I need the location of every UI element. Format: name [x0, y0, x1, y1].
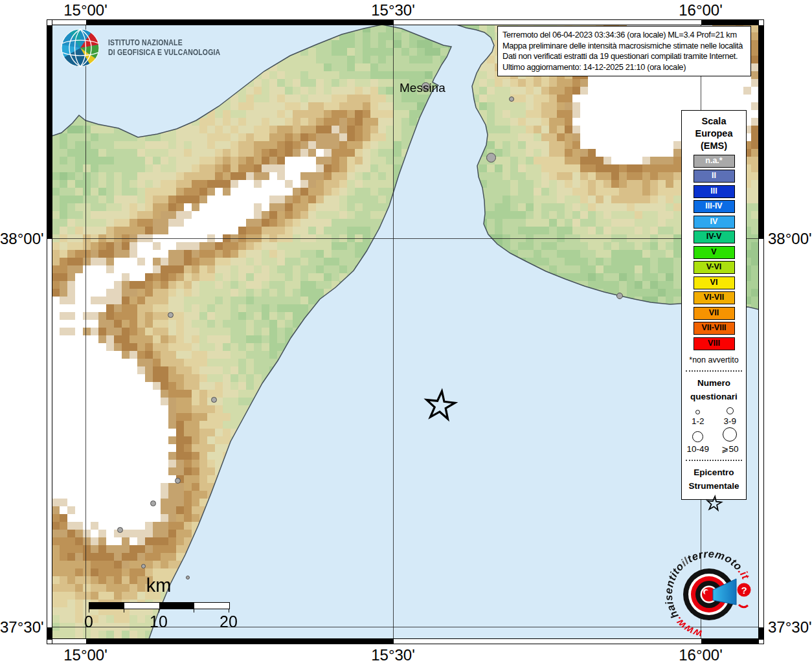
axis-label-top-15-30: 15°30' — [354, 1, 432, 19]
scale-bar-label-0: 0 — [69, 612, 108, 631]
epicenter-legend-line: Epicentro — [682, 466, 746, 479]
axis-label-left-38-00: 38°00' — [0, 230, 43, 248]
ingv-name-line2: DI GEOFISICA E VULCANOLOGIA — [108, 48, 220, 58]
questionnaire-class: 10-49 — [682, 427, 714, 454]
locality-marker — [509, 96, 514, 102]
locality-marker — [168, 312, 174, 318]
questionnaire-size-circle-icon — [723, 427, 737, 442]
ingv-name-line1: ISTITUTO NAZIONALE — [108, 38, 220, 48]
map-area: Messina km 0 10 20 — [52, 25, 759, 639]
frame-bottom — [47, 638, 764, 644]
ems-level-swatch: V-VI — [694, 261, 735, 274]
frame-right — [758, 19, 764, 644]
legend-separator — [686, 460, 742, 461]
scale-bar-label-10: 10 — [139, 612, 178, 631]
frame-left — [47, 19, 52, 644]
scale-bar-unit-label: km — [130, 575, 188, 596]
legend-title-line: Europea — [682, 128, 746, 140]
ems-level-swatch: III — [694, 185, 735, 198]
questionnaire-class-label: 1-2 — [692, 416, 705, 426]
ems-level-swatch: IV-V — [694, 230, 735, 243]
ems-level-swatch: n.a.* — [694, 155, 735, 168]
ems-level-swatch: VI-VII — [694, 291, 735, 304]
macroseismic-map-page: 15°00' 15°30' 16°00' 15°00' 15°30' 16°00… — [0, 0, 812, 663]
locality-marker — [211, 397, 217, 403]
questionnaire-class: ⩾50 — [714, 427, 747, 454]
watermark-hai: haisentito — [662, 560, 686, 620]
scale-bar-tick — [124, 609, 124, 612]
ems-level-swatch: III-IV — [694, 200, 735, 213]
axis-label-top-15-00: 15°00' — [47, 1, 124, 19]
info-line-map: Mappa preliminare delle intensità macros… — [502, 41, 746, 52]
info-line-event: Terremoto del 06-04-2023 03:34:36 (ora l… — [502, 30, 746, 41]
questionnaires-title: Numero questionari — [682, 376, 746, 403]
ems-level-swatch: V — [694, 246, 735, 259]
axis-label-top-16-00: 16°00' — [662, 1, 739, 19]
locality-marker — [141, 564, 146, 568]
questionnaire-class: 1-2 — [682, 407, 714, 426]
ems-level-swatch: II — [694, 170, 735, 183]
legend-title: Scala Europea (EMS) — [682, 115, 746, 152]
ingv-logo: ISTITUTO NAZIONALE DI GEOFISICA E VULCAN… — [60, 28, 242, 68]
svg-text:?: ? — [741, 585, 747, 596]
ems-level-swatch: IV — [694, 216, 735, 229]
axis-label-bottom-15-30: 15°30' — [354, 646, 432, 663]
axis-label-left-37-30: 37°30' — [0, 618, 43, 636]
ems-level-swatch: VII — [694, 307, 735, 320]
haisentitoilterremoto-logo: ? www.haisentitoilterremoto.it — [654, 539, 764, 649]
city-label-messina: Messina — [400, 81, 445, 95]
ingv-globe-icon — [60, 28, 100, 68]
questionnaire-size-circle-icon — [727, 407, 734, 414]
epicenter-star-icon — [422, 388, 458, 424]
legend-separator — [686, 370, 742, 372]
locality-marker — [616, 293, 623, 299]
scale-bar-label-20: 20 — [209, 612, 248, 631]
axis-label-right-38-00: 38°00' — [768, 230, 812, 248]
legend-footnote: *non avvertito — [682, 355, 746, 365]
locality-marker — [175, 478, 181, 484]
watermark-www: www. — [671, 614, 703, 640]
scale-bar-tick — [194, 609, 194, 612]
locality-marker — [150, 500, 156, 506]
grid-line-15-30 — [393, 25, 394, 639]
questionnaire-class-label: 3-9 — [723, 416, 736, 426]
questionnaire-class-label: 10-49 — [686, 444, 709, 454]
ems-level-swatch: VII-VIII — [694, 322, 735, 335]
locality-marker — [486, 153, 496, 163]
watermark-terremoto: terremoto — [685, 548, 745, 572]
frame-top — [47, 19, 764, 25]
legend-title-line: Scala — [682, 115, 746, 128]
earthquake-info-box: Terremoto del 06-04-2023 03:34:36 (ora l… — [497, 26, 751, 76]
legend-title-line: (EMS) — [682, 140, 746, 152]
questionnaire-class: 3-9 — [714, 407, 747, 426]
questionnaire-size-classes: 1-23-910-49⩾50 — [682, 407, 746, 454]
info-line-updated: Ultimo aggiornamento: 14-12-2025 21:10 (… — [502, 62, 746, 73]
epicenter-legend-star-icon — [705, 495, 723, 513]
ems-level-swatch: VIII — [694, 337, 735, 350]
questionnaire-class-label: ⩾50 — [721, 444, 738, 454]
questionnaire-size-circle-icon — [692, 431, 703, 442]
questionnaires-title-line: questionari — [682, 390, 746, 403]
axis-label-right-37-30: 37°30' — [768, 618, 812, 636]
epicenter-legend-line: Strumentale — [682, 479, 746, 493]
questionnaires-title-line: Numero — [682, 376, 746, 390]
scale-bar-segments — [89, 602, 230, 609]
ems-scale-swatches: n.a.*IIIIIIII-IVIVIV-VVV-VIVIVI-VIIVIIVI… — [682, 155, 746, 350]
epicenter-legend-title: Epicentro Strumentale — [682, 466, 746, 493]
locality-marker — [117, 527, 123, 533]
ems-level-swatch: VI — [694, 276, 735, 289]
info-line-data: Dati non verificati estratti da 19 quest… — [502, 51, 746, 62]
axis-label-bottom-15-00: 15°00' — [47, 646, 124, 663]
legend-panel: Scala Europea (EMS) n.a.*IIIIIIII-IVIVIV… — [681, 110, 747, 500]
grid-line-15-00 — [85, 25, 86, 639]
grid-line-38-00 — [52, 238, 759, 239]
terrain-basemap — [52, 25, 759, 639]
questionnaire-size-circle-icon — [695, 410, 700, 414]
